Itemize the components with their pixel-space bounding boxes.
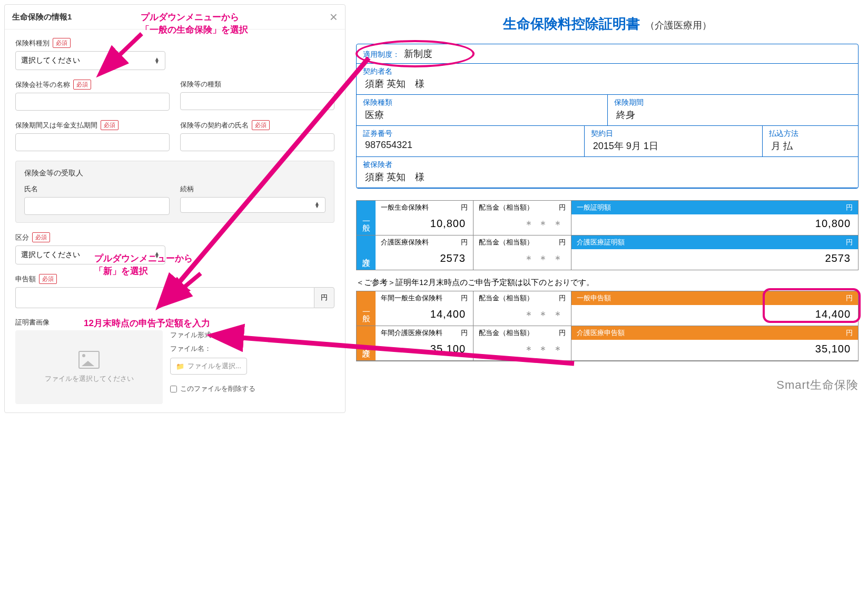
type-input[interactable]: [180, 92, 334, 110]
chevron-updown-icon: ▲▼: [154, 57, 160, 64]
image-placeholder-icon: [78, 351, 100, 369]
required-badge: 必須: [53, 38, 71, 48]
label-company: 保険会社等の名称: [15, 80, 70, 90]
chevron-updown-icon: ▲▼: [314, 202, 320, 208]
period-input[interactable]: [15, 133, 170, 151]
label-declared: 申告額: [15, 274, 36, 284]
row-tag-care: 介護: [357, 326, 376, 360]
insurance-kind-select[interactable]: 選択してください ▲▼: [15, 51, 165, 70]
label-kind: 保険料種別: [15, 38, 50, 48]
close-icon[interactable]: ×: [330, 10, 338, 24]
company-input[interactable]: [15, 93, 170, 111]
label-contractor: 保険等の契約者の氏名: [180, 121, 249, 130]
brand-name: Smart生命保険: [356, 377, 859, 393]
required-badge: 必須: [101, 120, 119, 130]
premium-table-1: 一般 一般生命保険料円 配当金（相当額）円 一般証明額円 10,800 ＊ ＊ …: [356, 200, 859, 270]
file-info: ファイル形式： ファイル名： 📁 ファイルを選択... このファイルを削除する: [170, 330, 255, 404]
folder-icon: 📁: [176, 362, 184, 370]
required-badge: 必須: [252, 120, 270, 130]
contractor-input[interactable]: [180, 133, 334, 151]
delete-file-checkbox[interactable]: [170, 386, 177, 392]
row-tag-general: 一般: [357, 201, 376, 235]
beneficiary-name-input[interactable]: [24, 197, 170, 215]
label-category: 区分: [15, 233, 29, 242]
certificate-box: 適用制度： 新制度 契約者名 須磨 英知 様 保険種類医療 保険期間終身 証券番…: [356, 44, 859, 189]
form-panel: 生命保険の情報1 × 保険料種別必須 選択してください ▲▼ 保険会社等の名称必…: [4, 4, 346, 413]
panel-header: 生命保険の情報1 ×: [5, 5, 345, 30]
row-tag-care: 介護: [357, 235, 376, 270]
yen-unit: 円: [314, 287, 334, 308]
required-badge: 必須: [73, 80, 91, 90]
certificate-document: 生命保険料控除証明書 （介護医療用） 適用制度： 新制度 契約者名 須磨 英知 …: [351, 4, 864, 413]
premium-table-2: 一般 年間一般生命保険料円 配当金（相当額）円 一般申告額円 14,400 ＊ …: [356, 291, 859, 361]
relation-select[interactable]: ▲▼: [180, 197, 326, 213]
label-name: 氏名: [24, 184, 38, 194]
chevron-updown-icon: ▲▼: [154, 252, 160, 258]
doc-title: 生命保険料控除証明書 （介護医療用）: [356, 15, 859, 33]
beneficiary-group: 保険金等の受取人 氏名 続柄 ▲▼: [15, 161, 334, 223]
category-select[interactable]: 選択してください ▲▼: [15, 245, 165, 264]
file-select-button[interactable]: 📁 ファイルを選択...: [170, 358, 247, 375]
row-tag-general: 一般: [357, 291, 376, 326]
label-period: 保険期間又は年金支払期間: [15, 121, 97, 130]
panel-title: 生命保険の情報1: [12, 12, 72, 22]
group-title: 保険金等の受取人: [24, 169, 326, 178]
label-relation: 続柄: [180, 184, 194, 194]
required-badge: 必須: [32, 232, 50, 242]
declared-amount-input[interactable]: [15, 287, 314, 308]
file-drop-area[interactable]: ファイルを選択してください: [15, 330, 163, 404]
label-type: 保険等の種類: [180, 80, 221, 89]
reference-note: ＜ご参考＞証明年12月末時点のご申告予定額は以下のとおりです。: [356, 278, 859, 288]
label-cert-image: 証明書画像: [15, 318, 50, 327]
panel-body: 保険料種別必須 選択してください ▲▼ 保険会社等の名称必須 保険等の種類 保険…: [5, 30, 345, 412]
required-badge: 必須: [39, 274, 57, 284]
